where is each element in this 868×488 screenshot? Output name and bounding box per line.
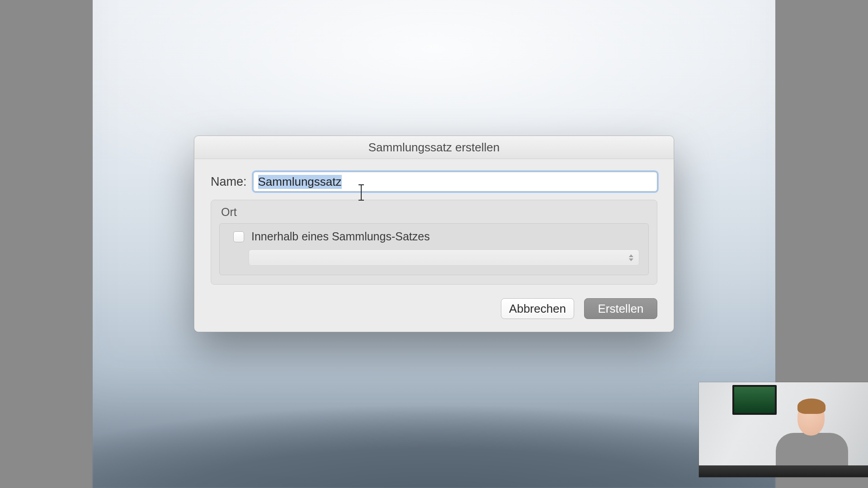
desktop-backdrop: Sammlungssatz erstellen Name: Ort Innerh…: [93, 0, 775, 488]
inside-set-row: Innerhalb eines Sammlungs-Satzes: [233, 230, 639, 243]
wall-art: [732, 385, 777, 415]
create-collection-set-dialog: Sammlungssatz erstellen Name: Ort Innerh…: [194, 136, 674, 332]
name-input[interactable]: [253, 172, 657, 192]
dialog-body: Name: Ort Innerhalb eines Sammlungs-Satz…: [194, 159, 674, 332]
cancel-button[interactable]: Abbrechen: [501, 298, 574, 319]
inside-set-checkbox[interactable]: [233, 231, 244, 242]
create-button[interactable]: Erstellen: [584, 298, 657, 319]
presenter-webcam-overlay: [699, 382, 868, 477]
location-inner-panel: Innerhalb eines Sammlungs-Satzes: [219, 223, 649, 275]
name-row: Name:: [211, 172, 657, 192]
location-group-title: Ort: [221, 206, 649, 219]
dialog-button-row: Abbrechen Erstellen: [211, 298, 657, 319]
text-cursor-icon: [361, 185, 362, 200]
parent-set-select[interactable]: [249, 249, 639, 266]
presenter-silhouette: [776, 396, 848, 477]
desk: [699, 465, 868, 477]
backdrop-mountain: [93, 398, 775, 488]
location-group: Ort Innerhalb eines Sammlungs-Satzes: [211, 200, 657, 285]
select-stepper-icon: [628, 253, 634, 262]
name-label: Name:: [211, 175, 247, 189]
dialog-title: Sammlungssatz erstellen: [194, 136, 674, 159]
inside-set-label: Innerhalb eines Sammlungs-Satzes: [251, 230, 430, 243]
